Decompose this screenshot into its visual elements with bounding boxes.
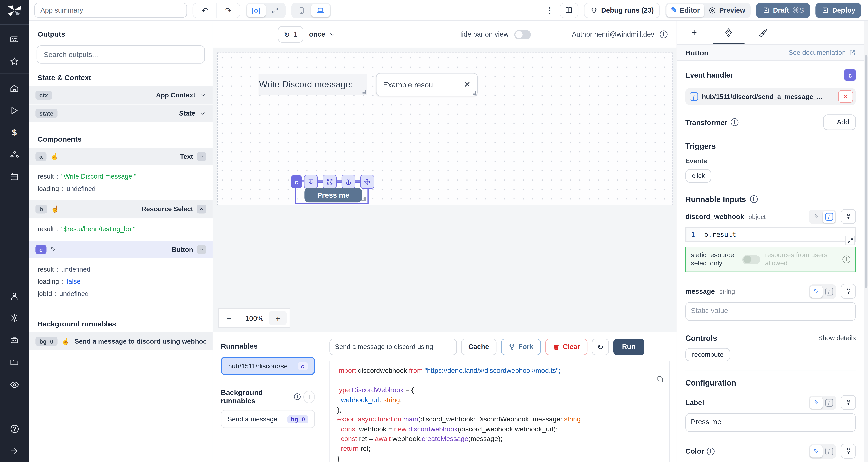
connected-mode-f-icon[interactable]: f bbox=[823, 285, 835, 297]
collapse-sidebar-arrow-icon[interactable] bbox=[4, 441, 24, 461]
component-row-b[interactable]: b ☝ Resource Select bbox=[29, 200, 213, 219]
selected-button-component-cell[interactable]: c bbox=[295, 180, 369, 204]
outputs-search-input[interactable] bbox=[42, 50, 199, 59]
reload-button[interactable]: ↻ bbox=[592, 339, 609, 355]
resources-icon[interactable] bbox=[4, 145, 24, 165]
app-summary-input[interactable] bbox=[34, 3, 187, 18]
zoom-in-button[interactable]: + bbox=[269, 311, 287, 325]
fullscreen-layout-button[interactable] bbox=[266, 4, 284, 17]
expand-component-icon[interactable] bbox=[323, 175, 337, 189]
pointer-hand-icon[interactable]: ☝ bbox=[61, 337, 69, 345]
pointer-hand-icon[interactable]: ☝ bbox=[51, 205, 59, 213]
insert-below-icon[interactable] bbox=[304, 175, 318, 189]
tab-insert-component[interactable]: + bbox=[677, 21, 711, 44]
component-id-tab[interactable]: c bbox=[291, 175, 302, 188]
component-row-c[interactable]: c ✎ Button bbox=[29, 240, 213, 259]
output-row-ctx[interactable]: ctx App Context bbox=[29, 86, 213, 105]
tab-styling[interactable] bbox=[746, 21, 780, 44]
variables-icon[interactable]: $ bbox=[4, 123, 24, 143]
tab-preview[interactable]: Preview bbox=[704, 4, 750, 17]
refresh-count-button[interactable]: ↻ 1 bbox=[278, 26, 304, 42]
edit-id-pencil-icon[interactable]: ✎ bbox=[51, 245, 56, 253]
clear-selection-x-icon[interactable]: ✕ bbox=[464, 80, 471, 90]
audit-eye-icon[interactable] bbox=[4, 375, 24, 395]
mobile-view-button[interactable] bbox=[292, 4, 311, 17]
pointer-hand-icon[interactable]: ☝ bbox=[51, 153, 59, 160]
run-button[interactable]: Run bbox=[613, 339, 644, 355]
event-handler-runnable[interactable]: f hub/1511/discord/send_a_message_... ✕ bbox=[685, 88, 856, 105]
windmill-logo-icon[interactable] bbox=[6, 4, 23, 20]
connected-mode-f-icon[interactable]: f bbox=[823, 210, 835, 223]
message-static-value-input[interactable] bbox=[685, 302, 856, 321]
clear-button[interactable]: Clear bbox=[545, 339, 587, 355]
undo-button[interactable]: ↶ bbox=[193, 3, 217, 18]
more-options-kebab-icon[interactable]: ⋮ bbox=[545, 5, 554, 15]
user-icon[interactable] bbox=[4, 286, 24, 306]
resize-handle[interactable] bbox=[362, 197, 366, 201]
resize-handle[interactable] bbox=[363, 90, 366, 94]
color-info-icon[interactable]: i bbox=[707, 447, 715, 455]
scrollbar-thumb[interactable] bbox=[865, 56, 867, 288]
app-canvas[interactable]: Write Discord message: Example resou... … bbox=[217, 53, 673, 205]
static-mode-pencil-icon[interactable]: ✎ bbox=[810, 285, 823, 297]
connect-plug-icon[interactable] bbox=[841, 444, 856, 459]
resources-from-users-toggle[interactable] bbox=[742, 255, 760, 264]
static-resource-info-icon[interactable]: i bbox=[842, 256, 850, 263]
favorites-star-icon[interactable] bbox=[4, 52, 24, 71]
expand-editor-icon[interactable] bbox=[845, 236, 855, 245]
schedule-mode-dropdown[interactable]: once bbox=[309, 31, 335, 38]
code-editor[interactable]: import discordwebhook from "https://deno… bbox=[329, 361, 670, 462]
connect-plug-icon[interactable] bbox=[841, 284, 856, 299]
fork-button[interactable]: Fork bbox=[501, 339, 541, 355]
desktop-view-button[interactable] bbox=[311, 4, 330, 17]
deploy-button[interactable]: Deploy bbox=[815, 2, 861, 18]
static-mode-pencil-icon[interactable]: ✎ bbox=[810, 210, 823, 223]
connected-mode-f-icon[interactable]: f bbox=[823, 396, 835, 408]
draft-save-button[interactable]: Draft ⌘S bbox=[756, 2, 810, 18]
resize-handle[interactable] bbox=[473, 91, 476, 95]
connect-plug-icon[interactable] bbox=[841, 395, 856, 410]
add-transformer-button[interactable]: + Add bbox=[824, 114, 856, 130]
anchor-icon[interactable] bbox=[342, 175, 355, 189]
label-value-input[interactable] bbox=[685, 413, 856, 432]
tab-component-settings[interactable] bbox=[711, 21, 746, 44]
hide-bar-toggle[interactable] bbox=[514, 30, 531, 39]
component-row-a[interactable]: a ☝ Text bbox=[29, 148, 213, 166]
collapse-chevron-up-icon[interactable] bbox=[197, 245, 206, 254]
connect-plug-icon[interactable] bbox=[841, 209, 856, 224]
copy-code-icon[interactable] bbox=[657, 375, 664, 385]
collapse-chevron-up-icon[interactable] bbox=[197, 152, 206, 161]
remove-runnable-x-icon[interactable]: ✕ bbox=[838, 90, 853, 103]
tab-editor[interactable]: ✎ Editor bbox=[666, 4, 704, 17]
canvas-resource-select-component[interactable]: Example resou... ✕ bbox=[376, 73, 478, 96]
centered-layout-button[interactable]: |o| bbox=[247, 4, 266, 17]
docs-book-button[interactable] bbox=[560, 2, 579, 18]
chevron-down-icon[interactable] bbox=[199, 110, 206, 117]
background-runnable-item[interactable]: Send a message... bg_0 bbox=[221, 410, 315, 428]
add-background-runnable-button[interactable]: + bbox=[303, 390, 315, 403]
cache-button[interactable]: Cache bbox=[461, 339, 496, 355]
background-runnable-row-bg0[interactable]: bg_0 ☝ Send a message to discord using w… bbox=[29, 332, 213, 351]
home-icon[interactable] bbox=[4, 78, 24, 98]
info-icon[interactable]: i bbox=[294, 393, 301, 400]
chevron-down-icon[interactable] bbox=[199, 92, 206, 98]
collapse-chevron-up-icon[interactable] bbox=[197, 205, 206, 213]
workspace-switcher-icon[interactable] bbox=[4, 29, 24, 49]
folders-icon[interactable] bbox=[4, 353, 24, 372]
workers-icon[interactable] bbox=[4, 330, 24, 350]
transformer-info-icon[interactable]: i bbox=[731, 119, 738, 126]
connected-mode-f-icon[interactable]: f bbox=[823, 445, 835, 457]
runnable-name-input[interactable] bbox=[329, 339, 457, 355]
canvas-text-component[interactable]: Write Discord message: bbox=[258, 74, 367, 95]
inspector-scrollbar[interactable] bbox=[864, 21, 868, 462]
selected-runnable-item[interactable]: hub/1511/discord/se... c bbox=[221, 357, 315, 375]
expression-editor[interactable]: 1 b.result bbox=[685, 227, 856, 242]
move-icon[interactable] bbox=[361, 175, 374, 189]
help-icon[interactable] bbox=[4, 419, 24, 439]
redo-button[interactable]: ↷ bbox=[216, 3, 240, 18]
author-info-icon[interactable]: i bbox=[660, 31, 668, 38]
see-documentation-link[interactable]: See documentation bbox=[788, 48, 856, 57]
show-details-link[interactable]: Show details bbox=[818, 334, 856, 342]
static-mode-pencil-icon[interactable]: ✎ bbox=[810, 396, 823, 408]
event-click-pill[interactable]: click bbox=[685, 169, 711, 183]
